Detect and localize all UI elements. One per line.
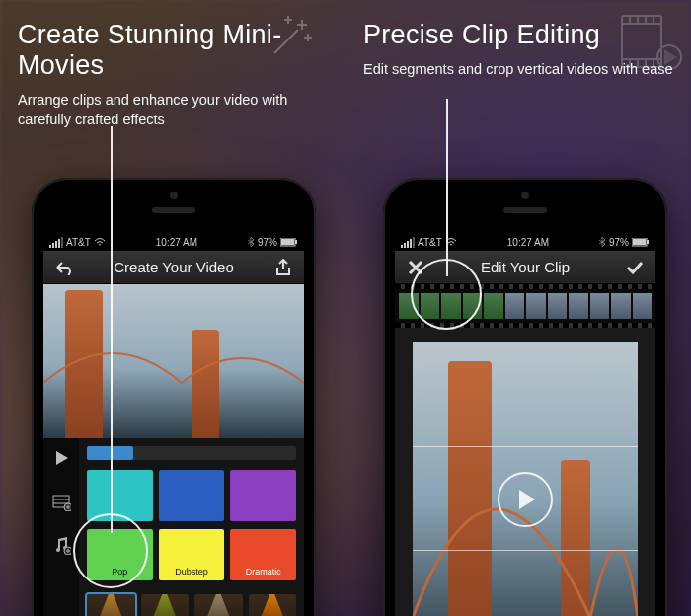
panel-edit: Precise Clip Editing Edit segments and c… [346,0,691,616]
callout-circle-left [73,513,148,588]
callout-line-left [111,126,113,533]
film-clip-icon [606,10,685,79]
svg-line-0 [274,30,298,53]
callout-line-right [446,99,448,276]
sub-left: Arrange clips and enhance your video wit… [18,91,328,129]
callout-circle-right [411,259,482,330]
magic-wand-icon [265,12,316,63]
panel-create: Create Stunning Mini-Movies Arrange clip… [0,0,346,616]
